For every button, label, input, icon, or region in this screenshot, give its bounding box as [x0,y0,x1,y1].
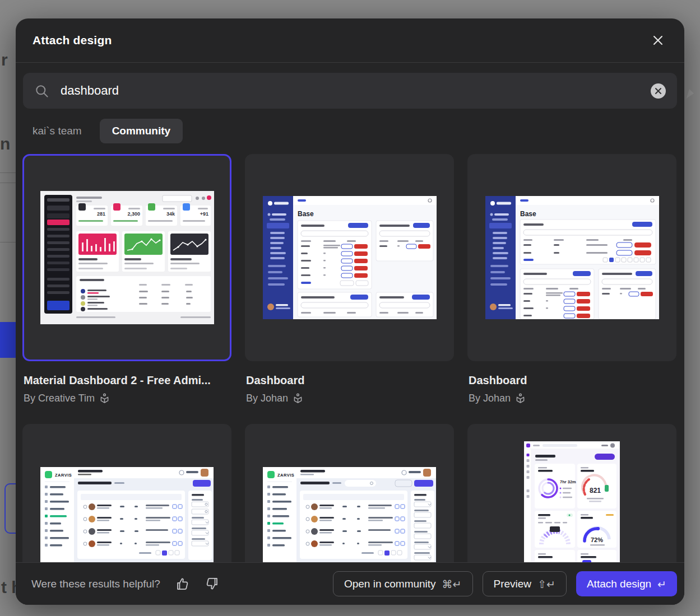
command-return-shortcut: ⌘↵ [442,578,462,590]
thumbs-down-icon [205,576,220,591]
zarvis-logo: ZARVIS [55,473,72,478]
stat-revenue: 34k [166,211,175,217]
screen: { "backdrop": { "fragment_top": "r", "fr… [0,0,700,616]
thumbnail-material-dashboard: 281 2,300 34k [40,191,214,324]
result-author-text: By Johan [469,393,511,404]
community-icon [292,393,304,404]
backdrop-cursor [686,89,694,100]
helpful-question: Were these results helpful? [31,578,160,590]
result-author: By Johan [246,393,453,404]
search-input[interactable] [59,83,651,99]
result-author-text: By Creative Tim [24,393,95,404]
modal-footer: Were these results helpful? [16,562,684,605]
scope-tabs: kai`s team Community [33,119,667,143]
close-button[interactable] [648,31,667,50]
analytics-percent: 72% [591,536,603,543]
tab-community[interactable]: Community [100,119,183,143]
thumbnail-workflow-dashboard-2: Base [485,196,659,319]
preview-button[interactable]: Preview ⇧↵ [483,571,567,596]
community-icon [514,393,526,404]
community-icon [99,393,110,404]
result-title: Dashboard [246,373,453,388]
backdrop-text-fragment: n [0,134,10,153]
return-shortcut: ↵ [657,578,666,590]
open-in-community-label: Open in community [344,578,436,590]
search-bar[interactable] [23,73,677,109]
footer-buttons: Open in community ⌘↵ Preview ⇧↵ Attach d… [333,571,677,596]
result-cell: 281 2,300 34k [22,154,231,424]
result-caption: Material Dashboard 2 - Free Admi... By C… [22,361,231,424]
result-author: By Johan [469,393,675,404]
result-card-dashboard-1[interactable]: Base [245,154,454,361]
attach-design-modal: Attach design kai`s team Community [16,18,684,605]
backdrop-text-fragment: r [1,50,8,69]
clear-search-button[interactable] [651,83,666,99]
result-cell: Base [245,154,454,424]
result-caption: Dashboard By Johan [245,361,454,424]
results-grid: 281 2,300 34k [22,154,678,605]
tab-team[interactable]: kai`s team [33,125,82,137]
clear-icon [655,87,662,95]
result-title: Dashboard [469,373,675,388]
attach-design-label: Attach design [587,578,651,590]
thumbs-up-button[interactable] [175,576,190,591]
search-icon [34,83,49,99]
result-author: By Creative Tim [24,393,230,404]
open-in-community-button[interactable]: Open in community ⌘↵ [333,571,473,596]
analytics-score: 821 [590,487,601,494]
result-card-dashboard-2[interactable]: Base [467,154,676,361]
result-title: Material Dashboard 2 - Free Admi... [24,373,230,388]
zarvis-logo: ZARVIS [277,473,294,478]
close-icon [652,34,664,46]
modal-title: Attach design [33,34,112,47]
stat-followers: +91 [200,211,208,217]
thumbs-down-button[interactable] [205,576,220,591]
result-caption: Dashboard By Johan [467,361,676,424]
thumbnail-workflow-dashboard: Base [263,196,437,319]
stat-bookings: 281 [96,211,105,217]
result-author-text: By Johan [246,393,288,404]
modal-header: Attach design [16,18,684,63]
workflow-heading: Base [520,210,536,218]
thumbs-up-icon [175,576,190,591]
result-cell: Base [467,154,676,424]
stat-users: 2,300 [127,211,140,217]
workflow-heading: Base [298,210,314,218]
preview-label: Preview [494,578,532,590]
attach-design-button[interactable]: Attach design ↵ [576,571,677,596]
analytics-time: 7hr 32m [560,479,576,484]
result-card-material-dashboard[interactable]: 281 2,300 34k [22,154,231,361]
shift-return-shortcut: ⇧↵ [537,578,555,590]
